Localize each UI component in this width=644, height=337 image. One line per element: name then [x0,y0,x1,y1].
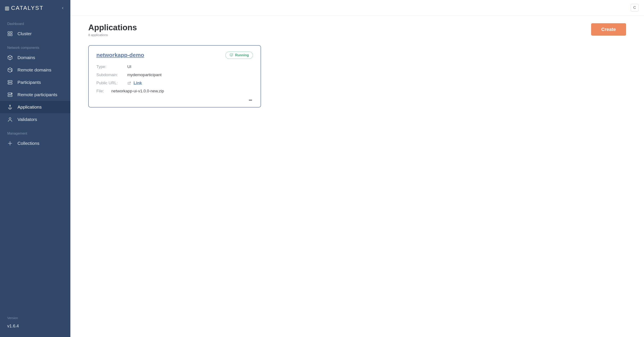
sidebar-item-validators[interactable]: Validators [0,113,70,126]
status-text: Running [235,53,249,57]
application-card: networkapp-demo Running Type: UI Subdoma… [88,45,261,108]
svg-rect-5 [8,80,12,82]
cube-link-icon [7,67,13,73]
version-label: Version [7,316,63,320]
cube-icon [7,55,13,60]
field-value-file: networkapp-ui-v1.0.0-new.zip [111,89,164,94]
sidebar-item-remote-participants[interactable]: Remote participants [0,88,70,101]
sidebar-item-cluster[interactable]: Cluster [0,28,70,40]
anchor-icon [7,104,13,110]
grid-icon [7,31,13,36]
sidebar-header: CATALYST [0,0,70,16]
check-circle-icon [230,53,233,58]
sidebar-collapse-button[interactable] [60,6,65,11]
sidebar-item-label: Domains [18,55,63,60]
card-more-button[interactable] [248,97,253,103]
field-label-file: File: [96,89,107,94]
logo-icon [5,6,10,10]
brand-logo[interactable]: CATALYST [5,5,44,11]
status-badge: Running [226,52,253,59]
sidebar-item-label: Validators [18,117,63,122]
page-subtitle: 8 applications [88,33,137,37]
sidebar-item-label: Cluster [18,31,63,36]
application-cards: networkapp-demo Running Type: UI Subdoma… [88,45,626,108]
sidebar-section-management: Management [0,126,70,137]
avatar[interactable]: C [631,4,638,12]
brand-text: CATALYST [11,5,44,11]
svg-rect-6 [8,83,12,84]
sidebar-item-collections[interactable]: Collections [0,137,70,150]
field-value-type: UI [127,64,131,69]
sidebar-item-participants[interactable]: Participants [0,76,70,88]
sidebar-item-label: Applications [18,104,63,110]
server-icon [7,80,13,85]
svg-rect-0 [5,6,9,10]
version-value: v1.6.4 [7,324,63,328]
sidebar-item-label: Remote participants [18,92,63,97]
server-link-icon [7,92,13,98]
plus-icon [7,140,13,146]
svg-rect-2 [10,32,12,33]
public-url-link[interactable]: Link [134,80,142,85]
main: C Applications 8 applications Create net… [70,0,644,337]
sidebar: CATALYST Dashboard Cluster Network compo… [0,0,70,337]
sidebar-item-label: Collections [18,141,63,146]
external-link-icon [127,81,131,85]
page-header: Applications 8 applications Create [88,23,626,37]
user-icon [7,117,13,122]
sidebar-item-domains[interactable]: Domains [0,52,70,64]
sidebar-item-label: Participants [18,80,63,85]
create-button[interactable]: Create [591,23,626,36]
sidebar-section-network: Network components [0,40,70,52]
svg-rect-1 [8,32,10,33]
svg-rect-8 [8,95,12,96]
sidebar-item-remote-domains[interactable]: Remote domains [0,64,70,76]
svg-point-10 [9,118,11,120]
sidebar-item-label: Remote domains [18,68,63,72]
sidebar-section-dashboard: Dashboard [0,16,70,28]
field-value-subdomain: mydemoparticipant [127,72,162,77]
sidebar-item-applications[interactable]: Applications [0,101,70,113]
page-title: Applications [88,23,137,32]
sidebar-footer: Version v1.6.4 [0,312,70,337]
field-label-type: Type: [96,64,123,69]
field-label-subdomain: Subdomain: [96,72,123,77]
svg-rect-3 [8,34,10,36]
field-label-public-url: Public URL: [96,80,123,85]
application-name-link[interactable]: networkapp-demo [96,52,144,58]
svg-rect-4 [10,34,12,36]
topbar: C [70,0,644,16]
content: Applications 8 applications Create netwo… [70,16,644,115]
